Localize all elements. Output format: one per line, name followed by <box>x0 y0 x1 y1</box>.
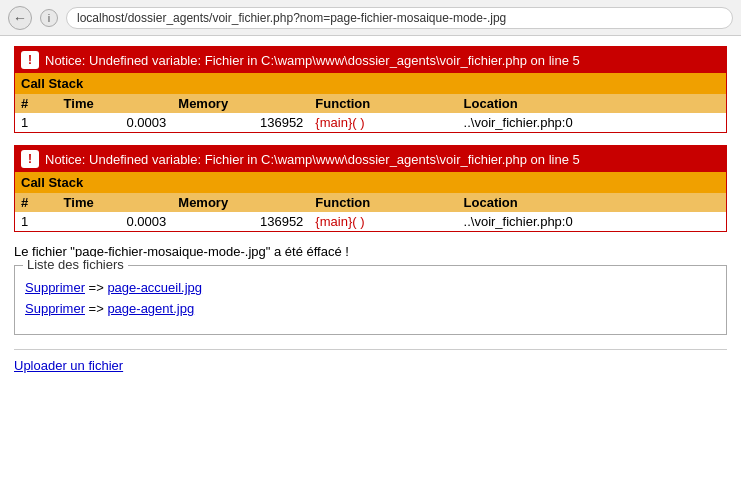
cell-num: 1 <box>15 212 58 231</box>
notice-block-2: ! Notice: Undefined variable: Fichier in… <box>14 145 727 232</box>
list-item: Supprimer => page-accueil.jpg <box>25 280 716 295</box>
cell-location: ..\voir_fichier.php:0 <box>458 212 726 231</box>
table-row: 1 0.0003 136952 {main}( ) ..\voir_fichie… <box>15 113 726 132</box>
col-header-memory-1: Memory <box>172 94 309 113</box>
stack-table-1: # Time Memory Function Location 1 0.0003… <box>15 94 726 132</box>
arrow: => <box>89 301 108 316</box>
list-item: Supprimer => page-agent.jpg <box>25 301 716 316</box>
col-header-memory-2: Memory <box>172 193 309 212</box>
notice-icon-1: ! <box>21 51 39 69</box>
file-link[interactable]: page-agent.jpg <box>107 301 194 316</box>
call-stack-header-2: Call Stack <box>15 172 726 193</box>
cell-time: 0.0003 <box>58 113 173 132</box>
back-button[interactable]: ← <box>8 6 32 30</box>
cell-memory: 136952 <box>172 212 309 231</box>
col-header-time-1: Time <box>58 94 173 113</box>
col-header-num-1: # <box>15 94 58 113</box>
col-header-location-1: Location <box>458 94 726 113</box>
file-link[interactable]: page-accueil.jpg <box>107 280 202 295</box>
cell-location: ..\voir_fichier.php:0 <box>458 113 726 132</box>
stack-table-2: # Time Memory Function Location 1 0.0003… <box>15 193 726 231</box>
notice-message-2: Notice: Undefined variable: Fichier in C… <box>45 152 580 167</box>
col-header-location-2: Location <box>458 193 726 212</box>
files-box: Liste des fichiers Supprimer => page-acc… <box>14 265 727 335</box>
table-row: 1 0.0003 136952 {main}( ) ..\voir_fichie… <box>15 212 726 231</box>
browser-bar: ← i localhost/dossier_agents/voir_fichie… <box>0 0 741 36</box>
notice-icon-2: ! <box>21 150 39 168</box>
call-stack-header-1: Call Stack <box>15 73 726 94</box>
notice-header-2: ! Notice: Undefined variable: Fichier in… <box>15 146 726 172</box>
delete-link[interactable]: Supprimer <box>25 280 85 295</box>
cell-function: {main}( ) <box>309 113 457 132</box>
col-header-time-2: Time <box>58 193 173 212</box>
cell-memory: 136952 <box>172 113 309 132</box>
upload-section: Uploader un fichier <box>14 349 727 373</box>
notice-message-1: Notice: Undefined variable: Fichier in C… <box>45 53 580 68</box>
arrow: => <box>89 280 108 295</box>
url-bar[interactable]: localhost/dossier_agents/voir_fichier.ph… <box>66 7 733 29</box>
col-header-num-2: # <box>15 193 58 212</box>
col-header-function-2: Function <box>309 193 457 212</box>
cell-function: {main}( ) <box>309 212 457 231</box>
files-list: Supprimer => page-accueil.jpg Supprimer … <box>25 280 716 316</box>
col-header-function-1: Function <box>309 94 457 113</box>
files-box-legend: Liste des fichiers <box>23 257 128 272</box>
notice-block-1: ! Notice: Undefined variable: Fichier in… <box>14 46 727 133</box>
info-button[interactable]: i <box>40 9 58 27</box>
notice-header-1: ! Notice: Undefined variable: Fichier in… <box>15 47 726 73</box>
upload-link[interactable]: Uploader un fichier <box>14 358 123 373</box>
delete-link[interactable]: Supprimer <box>25 301 85 316</box>
cell-num: 1 <box>15 113 58 132</box>
page-content: ! Notice: Undefined variable: Fichier in… <box>0 36 741 383</box>
cell-time: 0.0003 <box>58 212 173 231</box>
